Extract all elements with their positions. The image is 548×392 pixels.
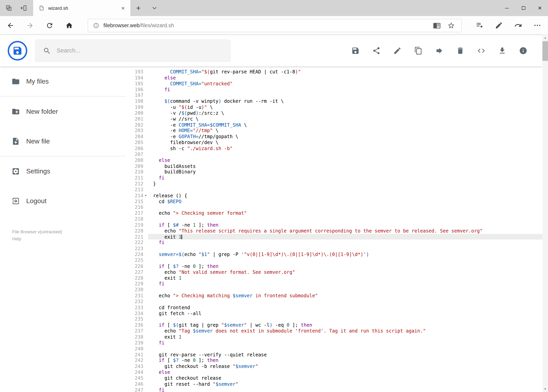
- code-line[interactable]: 211 fi: [126, 175, 542, 181]
- code-line[interactable]: 234 git fetch --all: [126, 310, 542, 316]
- address-bar[interactable]: filebrowser.web/files/wizard.sh: [88, 19, 462, 32]
- site-info-icon[interactable]: [93, 22, 99, 28]
- rename-pencil-button[interactable]: [393, 47, 402, 55]
- code-line[interactable]: 202 -e COMMIT_SHA=$COMMIT_SHA \: [126, 122, 542, 128]
- code-line[interactable]: 236 if [ $(git tag | grep "$semver" | wc…: [126, 322, 542, 328]
- move-button[interactable]: [435, 47, 444, 55]
- code-line[interactable]: 196 fi: [126, 86, 542, 92]
- hub-favorites-icon[interactable]: [476, 21, 484, 29]
- code-line[interactable]: 247 fi: [126, 387, 542, 392]
- scroll-up-arrow[interactable]: ▲: [542, 35, 548, 41]
- search-input[interactable]: [56, 47, 210, 54]
- code-line[interactable]: 226 if [ $? -ne 0 ]; then: [126, 263, 542, 269]
- scrollbar-thumb[interactable]: [542, 41, 548, 61]
- code-line[interactable]: 217 echo "> Checking semver format": [126, 210, 542, 216]
- line-number: 242: [126, 357, 143, 364]
- source-code-button[interactable]: [477, 47, 486, 55]
- code-line[interactable]: 221 exit 1: [126, 234, 542, 240]
- code-line[interactable]: 228 exit 1: [126, 275, 542, 281]
- code-line[interactable]: 197: [126, 92, 542, 98]
- help-link[interactable]: Help: [12, 235, 126, 243]
- code-line[interactable]: 238 exit 1: [126, 334, 542, 340]
- code-line[interactable]: 206 sh -c "./wizard.sh -b": [126, 145, 542, 151]
- code-line[interactable]: 232: [126, 299, 542, 305]
- sidebar-item-new-file[interactable]: New file: [0, 132, 126, 151]
- code-line[interactable]: 205 filebrowser/dev \: [126, 140, 542, 145]
- sidebar-item-new-folder[interactable]: New folder: [0, 102, 126, 121]
- code-line[interactable]: 235: [126, 316, 542, 322]
- code-line[interactable]: 194 else: [126, 75, 542, 81]
- maximize-button[interactable]: [515, 0, 532, 16]
- tabs-set-aside-icon[interactable]: [4, 3, 14, 13]
- code-line[interactable]: 215 cd $REPO: [126, 198, 542, 204]
- code-line[interactable]: 212}: [126, 181, 542, 187]
- code-line[interactable]: 218: [126, 216, 542, 222]
- code-line[interactable]: 199 -u "$(id -u)" \: [126, 104, 542, 110]
- code-line[interactable]: 245 git checkout release: [126, 375, 542, 381]
- code-line[interactable]: 204 -e GOPATH=//tmp/gopath \: [126, 134, 542, 140]
- code-line[interactable]: 195 COMMIT_SHA="untracked": [126, 81, 542, 86]
- reading-view-icon[interactable]: [433, 21, 441, 29]
- code-line[interactable]: 230: [126, 287, 542, 293]
- code-line[interactable]: 225: [126, 257, 542, 263]
- download-button[interactable]: [498, 47, 506, 55]
- tab-wizard-sh[interactable]: wizard.sh ×: [33, 0, 131, 16]
- scroll-down-arrow[interactable]: ▼: [542, 386, 548, 392]
- refresh-button[interactable]: [43, 18, 56, 32]
- close-window-button[interactable]: ×: [532, 0, 548, 16]
- code-line[interactable]: 198 $(command -v winpty) docker run --rm…: [126, 98, 542, 104]
- code-line[interactable]: 243 git checkout -b release "$semver": [126, 364, 542, 369]
- code-line[interactable]: 233 cd frontend: [126, 305, 542, 310]
- code-line[interactable]: 200 -v /$(pwd):/src:z \: [126, 110, 542, 116]
- code-line[interactable]: 213: [126, 187, 542, 193]
- code-line[interactable]: 246 git reset --hard "$semver": [126, 381, 542, 387]
- code-line[interactable]: 231 echo "> Checking matching $semver in…: [126, 293, 542, 299]
- code-line[interactable]: 207: [126, 151, 542, 157]
- code-line[interactable]: 203 -e HOME="//tmp" \: [126, 128, 542, 134]
- share-icon[interactable]: [514, 21, 523, 29]
- code-line[interactable]: 201 -w //src \: [126, 116, 542, 122]
- forward-button[interactable]: [23, 18, 37, 32]
- code-editor[interactable]: 193 COMMIT_SHA="$(git rev-parse HEAD | c…: [126, 66, 542, 392]
- code-line[interactable]: 220 echo "This release script requires a…: [126, 228, 542, 234]
- sidebar-item-logout[interactable]: Logout: [0, 191, 126, 211]
- code-line[interactable]: 193 COMMIT_SHA="$(git rev-parse HEAD | c…: [126, 69, 542, 75]
- code-line[interactable]: 210 buildBinary: [126, 169, 542, 175]
- code-line[interactable]: 223: [126, 246, 542, 252]
- copy-button[interactable]: [414, 47, 423, 55]
- code-line[interactable]: 242 if [ $? -ne 0 ]; then: [126, 357, 542, 364]
- code-line[interactable]: 241 git rev-parse --verify --quiet relea…: [126, 352, 542, 357]
- delete-button[interactable]: [456, 47, 465, 55]
- more-options-icon[interactable]: [533, 21, 542, 29]
- back-button[interactable]: [4, 18, 17, 32]
- info-button[interactable]: [519, 47, 527, 55]
- minimize-button[interactable]: [499, 0, 515, 16]
- search-bar[interactable]: [35, 40, 231, 62]
- favorite-star-icon[interactable]: [447, 21, 456, 29]
- code-line[interactable]: 227 echo "Not valid semver format. See s…: [126, 269, 542, 275]
- web-note-pen-icon[interactable]: [495, 21, 503, 29]
- close-tab-icon[interactable]: ×: [120, 4, 126, 12]
- code-line[interactable]: 216: [126, 204, 542, 210]
- code-line[interactable]: 224 semver=$(echo "$1" | grep -P '^v(0|[…: [126, 252, 542, 257]
- code-line[interactable]: 229 fi: [126, 281, 542, 287]
- save-button[interactable]: [351, 47, 360, 55]
- scrollbar[interactable]: ▲ ▼: [542, 35, 548, 392]
- tab-preview-chevron-icon[interactable]: [150, 3, 160, 13]
- new-tab-button[interactable]: +: [133, 3, 144, 13]
- code-line[interactable]: 244 else: [126, 369, 542, 375]
- code-line[interactable]: 237 echo "Tag $semver does not exist in …: [126, 328, 542, 334]
- code-line[interactable]: 240: [126, 346, 542, 352]
- sidebar-item-settings[interactable]: Settings: [0, 162, 126, 181]
- set-tabs-aside-icon[interactable]: [19, 3, 28, 13]
- code-line[interactable]: 209 buildAssets: [126, 163, 542, 169]
- code-line[interactable]: 214▾release () {: [126, 193, 542, 198]
- fold-marker-icon[interactable]: ▾: [143, 193, 148, 198]
- code-line[interactable]: 222 fi: [126, 240, 542, 246]
- sidebar-item-my-files[interactable]: My files: [0, 72, 126, 91]
- code-line[interactable]: 239 fi: [126, 340, 542, 346]
- code-line[interactable]: 208 else: [126, 157, 542, 163]
- share-file-button[interactable]: [372, 47, 381, 55]
- code-line[interactable]: 219 if [ $# -ne 1 ]; then: [126, 222, 542, 228]
- home-button[interactable]: [62, 18, 76, 32]
